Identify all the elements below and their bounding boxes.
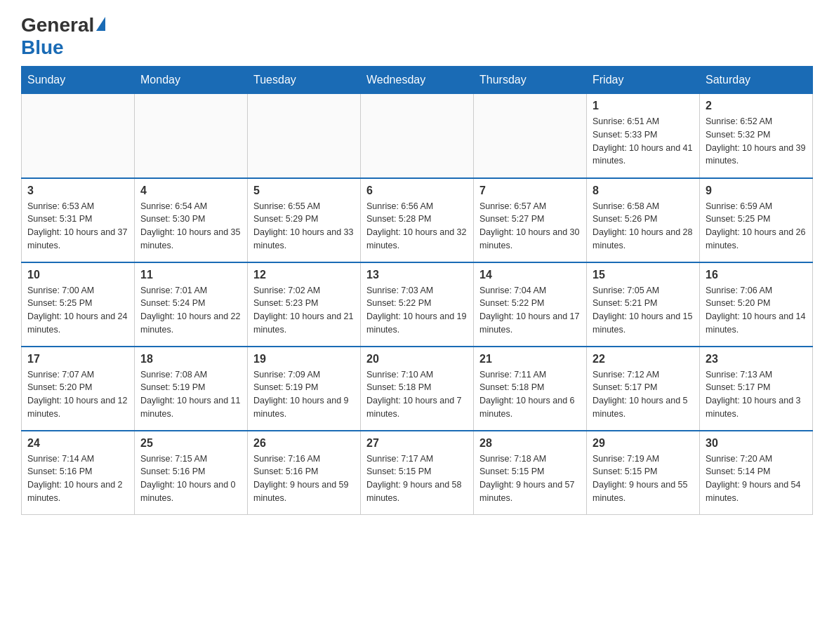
calendar-cell: 1Sunrise: 6:51 AM Sunset: 5:33 PM Daylig… [587,94,700,178]
calendar-cell: 19Sunrise: 7:09 AM Sunset: 5:19 PM Dayli… [248,347,361,431]
calendar-table: SundayMondayTuesdayWednesdayThursdayFrid… [21,66,813,515]
day-number: 7 [479,185,581,197]
day-info: Sunrise: 7:08 AM Sunset: 5:19 PM Dayligh… [140,368,241,421]
day-info: Sunrise: 7:03 AM Sunset: 5:22 PM Dayligh… [366,284,468,337]
day-info: Sunrise: 6:54 AM Sunset: 5:30 PM Dayligh… [140,200,241,253]
day-number: 27 [366,437,468,450]
day-number: 25 [140,437,241,450]
calendar-cell: 26Sunrise: 7:16 AM Sunset: 5:16 PM Dayli… [248,431,361,515]
day-info: Sunrise: 7:01 AM Sunset: 5:24 PM Dayligh… [140,284,241,337]
calendar-week-row-2: 3Sunrise: 6:53 AM Sunset: 5:31 PM Daylig… [22,178,813,262]
day-number: 9 [706,185,807,197]
calendar-cell [361,94,474,178]
calendar-cell: 5Sunrise: 6:55 AM Sunset: 5:29 PM Daylig… [248,178,361,262]
calendar-cell: 6Sunrise: 6:56 AM Sunset: 5:28 PM Daylig… [361,178,474,262]
calendar-cell: 12Sunrise: 7:02 AM Sunset: 5:23 PM Dayli… [248,262,361,347]
day-number: 17 [27,353,128,365]
day-number: 3 [27,185,128,197]
day-info: Sunrise: 7:02 AM Sunset: 5:23 PM Dayligh… [253,284,355,337]
calendar-cell: 17Sunrise: 7:07 AM Sunset: 5:20 PM Dayli… [22,347,135,431]
day-number: 23 [706,353,807,365]
day-of-week-header-wednesday: Wednesday [361,67,474,94]
calendar-cell: 27Sunrise: 7:17 AM Sunset: 5:15 PM Dayli… [361,431,474,515]
day-number: 20 [366,353,468,365]
calendar-cell: 16Sunrise: 7:06 AM Sunset: 5:20 PM Dayli… [700,262,813,347]
day-info: Sunrise: 7:12 AM Sunset: 5:17 PM Dayligh… [593,368,694,421]
day-info: Sunrise: 7:14 AM Sunset: 5:16 PM Dayligh… [27,452,128,505]
day-number: 2 [706,100,807,112]
day-info: Sunrise: 6:53 AM Sunset: 5:31 PM Dayligh… [27,200,128,253]
calendar-cell: 14Sunrise: 7:04 AM Sunset: 5:22 PM Dayli… [474,262,587,347]
day-number: 29 [593,437,694,450]
calendar-cell [22,94,135,178]
day-of-week-header-monday: Monday [135,67,248,94]
day-info: Sunrise: 6:59 AM Sunset: 5:25 PM Dayligh… [706,200,807,253]
day-number: 26 [253,437,355,450]
day-number: 5 [253,185,355,197]
day-number: 14 [479,269,581,281]
page-header: GeneralBlue [21,14,813,59]
day-info: Sunrise: 6:56 AM Sunset: 5:28 PM Dayligh… [366,200,468,253]
day-number: 28 [479,437,581,450]
calendar-cell: 24Sunrise: 7:14 AM Sunset: 5:16 PM Dayli… [22,431,135,515]
day-info: Sunrise: 6:52 AM Sunset: 5:32 PM Dayligh… [706,115,807,168]
day-info: Sunrise: 7:07 AM Sunset: 5:20 PM Dayligh… [27,368,128,421]
logo-triangle-icon [96,17,105,31]
day-info: Sunrise: 7:17 AM Sunset: 5:15 PM Dayligh… [366,452,468,505]
calendar-cell [248,94,361,178]
calendar-cell: 30Sunrise: 7:20 AM Sunset: 5:14 PM Dayli… [700,431,813,515]
calendar-cell: 7Sunrise: 6:57 AM Sunset: 5:27 PM Daylig… [474,178,587,262]
day-number: 6 [366,185,468,197]
day-info: Sunrise: 6:58 AM Sunset: 5:26 PM Dayligh… [593,200,694,253]
calendar-cell [474,94,587,178]
day-number: 15 [593,269,694,281]
day-number: 30 [706,437,807,450]
calendar-cell: 23Sunrise: 7:13 AM Sunset: 5:17 PM Dayli… [700,347,813,431]
day-info: Sunrise: 7:05 AM Sunset: 5:21 PM Dayligh… [593,284,694,337]
calendar-cell: 25Sunrise: 7:15 AM Sunset: 5:16 PM Dayli… [135,431,248,515]
day-of-week-header-thursday: Thursday [474,67,587,94]
calendar-week-row-5: 24Sunrise: 7:14 AM Sunset: 5:16 PM Dayli… [22,431,813,515]
day-info: Sunrise: 6:55 AM Sunset: 5:29 PM Dayligh… [253,200,355,253]
calendar-cell: 22Sunrise: 7:12 AM Sunset: 5:17 PM Dayli… [587,347,700,431]
day-number: 8 [593,185,694,197]
day-of-week-header-sunday: Sunday [22,67,135,94]
day-number: 21 [479,353,581,365]
calendar-cell: 4Sunrise: 6:54 AM Sunset: 5:30 PM Daylig… [135,178,248,262]
logo: GeneralBlue [21,14,105,59]
day-number: 4 [140,185,241,197]
day-info: Sunrise: 7:09 AM Sunset: 5:19 PM Dayligh… [253,368,355,421]
calendar-week-row-1: 1Sunrise: 6:51 AM Sunset: 5:33 PM Daylig… [22,94,813,178]
day-info: Sunrise: 7:18 AM Sunset: 5:15 PM Dayligh… [479,452,581,505]
calendar-cell: 3Sunrise: 6:53 AM Sunset: 5:31 PM Daylig… [22,178,135,262]
day-info: Sunrise: 7:15 AM Sunset: 5:16 PM Dayligh… [140,452,241,505]
calendar-cell: 11Sunrise: 7:01 AM Sunset: 5:24 PM Dayli… [135,262,248,347]
day-info: Sunrise: 7:11 AM Sunset: 5:18 PM Dayligh… [479,368,581,421]
calendar-cell [135,94,248,178]
day-info: Sunrise: 7:19 AM Sunset: 5:15 PM Dayligh… [593,452,694,505]
day-number: 1 [593,100,694,112]
day-number: 22 [593,353,694,365]
calendar-cell: 28Sunrise: 7:18 AM Sunset: 5:15 PM Dayli… [474,431,587,515]
calendar-cell: 13Sunrise: 7:03 AM Sunset: 5:22 PM Dayli… [361,262,474,347]
calendar-header-row: SundayMondayTuesdayWednesdayThursdayFrid… [22,67,813,94]
calendar-cell: 10Sunrise: 7:00 AM Sunset: 5:25 PM Dayli… [22,262,135,347]
calendar-cell: 20Sunrise: 7:10 AM Sunset: 5:18 PM Dayli… [361,347,474,431]
day-number: 12 [253,269,355,281]
day-number: 16 [706,269,807,281]
day-number: 13 [366,269,468,281]
day-info: Sunrise: 7:13 AM Sunset: 5:17 PM Dayligh… [706,368,807,421]
day-number: 18 [140,353,241,365]
logo-general-text: General [21,14,94,36]
day-of-week-header-tuesday: Tuesday [248,67,361,94]
day-info: Sunrise: 7:20 AM Sunset: 5:14 PM Dayligh… [706,452,807,505]
calendar-week-row-3: 10Sunrise: 7:00 AM Sunset: 5:25 PM Dayli… [22,262,813,347]
logo-blue-text: Blue [21,36,105,59]
day-number: 24 [27,437,128,450]
day-number: 11 [140,269,241,281]
calendar-cell: 15Sunrise: 7:05 AM Sunset: 5:21 PM Dayli… [587,262,700,347]
day-info: Sunrise: 7:00 AM Sunset: 5:25 PM Dayligh… [27,284,128,337]
day-info: Sunrise: 7:06 AM Sunset: 5:20 PM Dayligh… [706,284,807,337]
day-info: Sunrise: 7:16 AM Sunset: 5:16 PM Dayligh… [253,452,355,505]
calendar-week-row-4: 17Sunrise: 7:07 AM Sunset: 5:20 PM Dayli… [22,347,813,431]
